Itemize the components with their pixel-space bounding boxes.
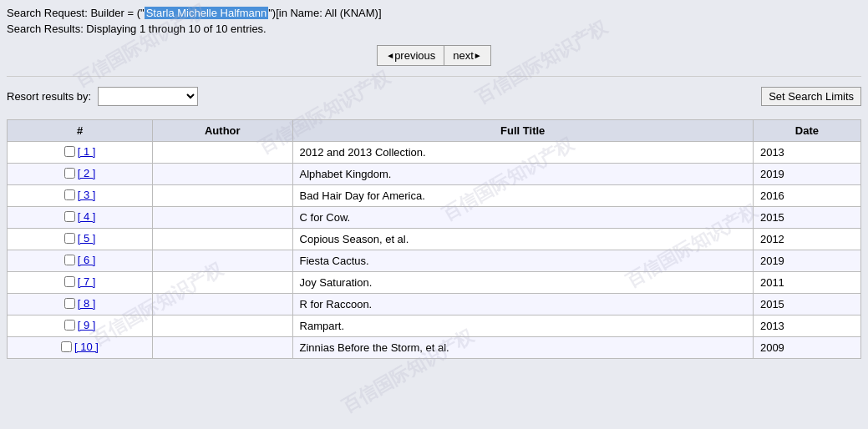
row-author-cell bbox=[153, 272, 293, 294]
row-num-cell: [ 6 ] bbox=[8, 250, 153, 272]
row-link[interactable]: [ 5 ] bbox=[78, 232, 96, 245]
row-date-cell: 2019 bbox=[753, 250, 860, 272]
row-date-cell: 2013 bbox=[753, 142, 860, 164]
row-num-cell: [ 9 ] bbox=[8, 315, 153, 337]
row-title-cell: 2012 and 2013 Collection. bbox=[292, 142, 753, 164]
row-author-cell bbox=[153, 294, 293, 315]
row-date-cell: 2009 bbox=[753, 337, 860, 359]
row-link[interactable]: [ 8 ] bbox=[78, 297, 96, 310]
table-row: [ 8 ]R for Raccoon.2015 bbox=[8, 294, 861, 315]
table-row: [ 1 ]2012 and 2013 Collection.2013 bbox=[8, 142, 861, 164]
row-num-cell: [ 3 ] bbox=[8, 185, 153, 207]
row-num-cell: [ 10 ] bbox=[8, 337, 153, 359]
row-author-cell bbox=[153, 337, 293, 359]
row-link[interactable]: [ 3 ] bbox=[78, 189, 96, 201]
row-date-cell: 2011 bbox=[753, 272, 860, 294]
builder-name-highlight: Starla Michelle Halfmann bbox=[145, 7, 269, 19]
row-num-cell: [ 4 ] bbox=[8, 207, 153, 229]
row-num-cell: [ 2 ] bbox=[8, 164, 153, 185]
row-author-cell bbox=[153, 315, 293, 337]
row-checkbox[interactable] bbox=[64, 233, 75, 244]
row-checkbox[interactable] bbox=[61, 341, 72, 352]
row-date-cell: 2015 bbox=[753, 207, 860, 229]
results-table: # Author Full Title Date [ 1 ]2012 and 2… bbox=[7, 119, 861, 359]
set-search-limits-button[interactable]: Set Search Limits bbox=[761, 87, 861, 106]
row-checkbox[interactable] bbox=[64, 168, 75, 179]
row-author-cell bbox=[153, 229, 293, 250]
next-button[interactable]: next bbox=[444, 45, 490, 66]
row-title-cell: Alphabet Kingdom. bbox=[292, 164, 753, 185]
row-link[interactable]: [ 10 ] bbox=[74, 341, 99, 353]
row-checkbox[interactable] bbox=[64, 298, 75, 309]
row-title-cell: Bad Hair Day for America. bbox=[292, 185, 753, 207]
search-request-line: Search Request: Builder = ("Starla Miche… bbox=[7, 7, 861, 19]
row-date-cell: 2016 bbox=[753, 185, 860, 207]
row-checkbox[interactable] bbox=[64, 255, 75, 265]
divider bbox=[7, 76, 861, 77]
search-request-prefix: Search Request: Builder = (" bbox=[7, 7, 145, 19]
row-author-cell bbox=[153, 164, 293, 185]
table-row: [ 2 ]Alphabet Kingdom.2019 bbox=[8, 164, 861, 185]
row-link[interactable]: [ 7 ] bbox=[78, 275, 96, 288]
resort-label: Resort results by: bbox=[7, 90, 91, 103]
pagination-area: previous next bbox=[7, 45, 861, 66]
row-checkbox[interactable] bbox=[64, 276, 75, 287]
row-link[interactable]: [ 2 ] bbox=[78, 167, 96, 179]
row-title-cell: Fiesta Cactus. bbox=[292, 250, 753, 272]
row-title-cell: C for Cow. bbox=[292, 207, 753, 229]
row-link[interactable]: [ 9 ] bbox=[78, 319, 96, 331]
row-date-cell: 2012 bbox=[753, 229, 860, 250]
col-header-title: Full Title bbox=[292, 120, 753, 142]
search-results-line: Search Results: Displaying 1 through 10 … bbox=[7, 23, 861, 35]
table-row: [ 9 ]Rampart.2013 bbox=[8, 315, 861, 337]
row-num-cell: [ 8 ] bbox=[8, 294, 153, 315]
row-num-cell: [ 1 ] bbox=[8, 142, 153, 164]
row-date-cell: 2015 bbox=[753, 294, 860, 315]
row-date-cell: 2019 bbox=[753, 164, 860, 185]
table-row: [ 10 ]Zinnias Before the Storm, et al.20… bbox=[8, 337, 861, 359]
table-row: [ 7 ]Joy Saturation.2011 bbox=[8, 272, 861, 294]
row-author-cell bbox=[153, 142, 293, 164]
previous-button[interactable]: previous bbox=[377, 45, 444, 66]
row-num-cell: [ 5 ] bbox=[8, 229, 153, 250]
resort-area: Resort results by: Set Search Limits bbox=[7, 83, 861, 109]
col-header-num: # bbox=[8, 120, 153, 142]
table-header-row: # Author Full Title Date bbox=[8, 120, 861, 142]
row-link[interactable]: [ 4 ] bbox=[78, 210, 96, 223]
row-checkbox[interactable] bbox=[64, 211, 75, 222]
table-row: [ 3 ]Bad Hair Day for America.2016 bbox=[8, 185, 861, 207]
row-checkbox[interactable] bbox=[64, 320, 75, 331]
col-header-date: Date bbox=[753, 120, 860, 142]
row-author-cell bbox=[153, 207, 293, 229]
row-title-cell: Zinnias Before the Storm, et al. bbox=[292, 337, 753, 359]
row-title-cell: Rampart. bbox=[292, 315, 753, 337]
table-row: [ 4 ]C for Cow.2015 bbox=[8, 207, 861, 229]
resort-select[interactable] bbox=[98, 87, 198, 106]
resort-left: Resort results by: bbox=[7, 87, 198, 106]
row-author-cell bbox=[153, 250, 293, 272]
row-checkbox[interactable] bbox=[64, 146, 75, 157]
row-title-cell: Joy Saturation. bbox=[292, 272, 753, 294]
table-row: [ 6 ]Fiesta Cactus.2019 bbox=[8, 250, 861, 272]
row-link[interactable]: [ 1 ] bbox=[78, 145, 96, 158]
row-title-cell: R for Raccoon. bbox=[292, 294, 753, 315]
row-num-cell: [ 7 ] bbox=[8, 272, 153, 294]
row-link[interactable]: [ 6 ] bbox=[78, 254, 96, 266]
table-row: [ 5 ]Copious Season, et al.2012 bbox=[8, 229, 861, 250]
row-title-cell: Copious Season, et al. bbox=[292, 229, 753, 250]
search-request-suffix: ")[in Name: All (KNAM)] bbox=[268, 7, 381, 19]
row-checkbox[interactable] bbox=[64, 189, 75, 200]
row-date-cell: 2013 bbox=[753, 315, 860, 337]
col-header-author: Author bbox=[153, 120, 293, 142]
row-author-cell bbox=[153, 185, 293, 207]
